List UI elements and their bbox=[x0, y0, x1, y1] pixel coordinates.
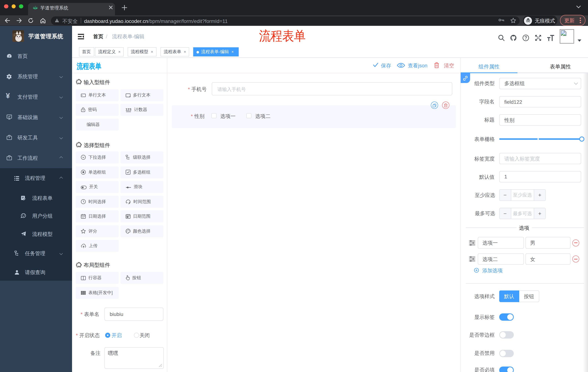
svg-text:123: 123 bbox=[125, 107, 131, 111]
